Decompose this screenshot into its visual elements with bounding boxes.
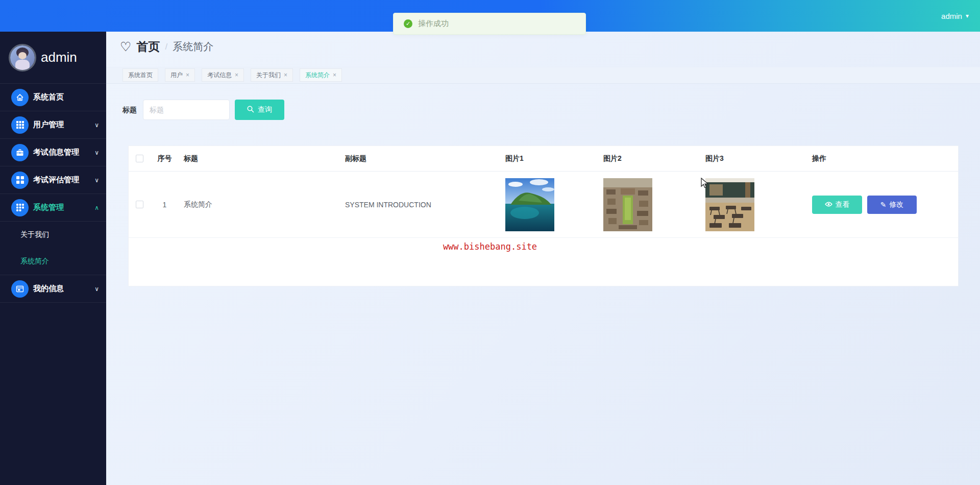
tab-system-intro[interactable]: 系统简介 × <box>300 68 342 82</box>
success-toast: ✓ 操作成功 <box>393 13 586 35</box>
grid-icon <box>11 116 29 134</box>
heart-icon: ♡ <box>120 39 131 54</box>
card-icon <box>11 280 29 298</box>
sidebar-item-label: 系统首页 <box>33 92 64 102</box>
column-header-title: 标题 <box>179 154 340 163</box>
breadcrumb-home[interactable]: 首页 <box>136 39 160 55</box>
sidebar-item-system[interactable]: 系统管理 ∧ <box>0 194 106 222</box>
tab-system-home[interactable]: 系统首页 <box>122 68 158 82</box>
mouse-cursor-icon <box>700 178 709 191</box>
tab-label: 系统首页 <box>128 71 153 80</box>
home-icon <box>11 89 29 106</box>
eye-icon <box>825 201 832 209</box>
chevron-up-icon: ∧ <box>94 204 99 211</box>
sidebar: admin 系统首页 用户管理 ∨ <box>0 32 106 485</box>
avatar <box>9 44 36 71</box>
tab-about-us[interactable]: 关于我们 × <box>251 68 293 82</box>
classroom-photo[interactable] <box>705 178 754 231</box>
close-icon[interactable]: × <box>333 71 336 79</box>
chevron-down-icon: ∨ <box>94 177 99 184</box>
cell-subtitle: SYSTEM INTRODUCTION <box>340 201 504 209</box>
tab-label: 关于我们 <box>256 71 281 80</box>
view-button[interactable]: 查看 <box>812 196 862 214</box>
sidebar-item-exam-info[interactable]: 考试信息管理 ∨ <box>0 139 106 166</box>
pencil-icon: ✎ <box>880 201 887 209</box>
breadcrumb-current: 系统简介 <box>173 40 213 54</box>
sidebar-item-label: 我的信息 <box>33 284 64 294</box>
cell-index: 1 <box>151 201 179 209</box>
query-button-label: 查询 <box>258 105 272 114</box>
briefcase-icon <box>11 144 29 161</box>
close-icon[interactable]: × <box>284 71 287 79</box>
sidebar-item-exam-eval[interactable]: 考试评估管理 ∨ <box>0 166 106 194</box>
sidebar-item-users[interactable]: 用户管理 ∨ <box>0 111 106 139</box>
view-button-label: 查看 <box>836 200 850 209</box>
toast-message: 操作成功 <box>418 19 449 29</box>
sidebar-item-label: 系统管理 <box>33 203 64 212</box>
user-menu[interactable]: admin ▾ <box>941 0 969 32</box>
table-header-row: 序号 标题 副标题 图片1 图片2 图片3 操作 <box>129 146 958 172</box>
data-table: 序号 标题 副标题 图片1 图片2 图片3 操作 1 系统简介 SYSTEM I… <box>128 146 959 286</box>
tab-label: 考试信息 <box>207 71 232 80</box>
column-header-image3: 图片3 <box>704 154 807 163</box>
success-check-icon: ✓ <box>404 19 412 28</box>
sidebar-item-label: 考试信息管理 <box>33 148 79 157</box>
chevron-down-icon: ▾ <box>966 12 969 19</box>
cell-title: 系统简介 <box>179 200 340 209</box>
column-header-index: 序号 <box>151 154 179 163</box>
apps-icon <box>11 199 29 216</box>
tab-bar: 系统首页 用户 × 考试信息 × 关于我们 × 系统简介 × <box>122 68 342 82</box>
submenu-item-label: 系统简介 <box>20 257 49 266</box>
breadcrumb: ♡ 首页 / 系统简介 <box>120 39 213 55</box>
tab-users[interactable]: 用户 × <box>165 68 195 82</box>
page: admin ▾ ✓ 操作成功 ad <box>0 0 980 485</box>
island-photo[interactable] <box>505 178 554 231</box>
column-header-image2: 图片2 <box>602 154 704 163</box>
tab-label: 用户 <box>170 71 183 80</box>
submenu-item-label: 关于我们 <box>20 230 49 239</box>
column-header-image1: 图片1 <box>504 154 602 163</box>
select-all-checkbox[interactable] <box>136 155 143 162</box>
close-icon[interactable]: × <box>186 71 189 79</box>
query-button[interactable]: 查询 <box>235 100 284 120</box>
sidebar-item-label: 用户管理 <box>33 120 64 130</box>
sidebar-item-system-intro[interactable]: 系统简介 <box>0 248 106 275</box>
chevron-down-icon: ∨ <box>94 285 99 293</box>
edit-button-label: 修改 <box>889 200 903 209</box>
table-row: 1 系统简介 SYSTEM INTRODUCTION <box>129 172 958 238</box>
search-field-label: 标题 <box>122 100 137 120</box>
breadcrumb-separator: / <box>165 42 167 52</box>
tab-exam-info[interactable]: 考试信息 × <box>202 68 244 82</box>
campus-aerial-photo[interactable] <box>603 178 652 231</box>
squares-icon <box>11 172 29 189</box>
sidebar-item-my-info[interactable]: 我的信息 ∨ <box>0 275 106 303</box>
chevron-down-icon: ∨ <box>94 149 99 156</box>
search-icon <box>247 106 254 114</box>
main-content: ♡ 首页 / 系统简介 系统首页 用户 × 考试信息 × 关于我们 × 系统简 <box>106 32 980 485</box>
column-header-subtitle: 副标题 <box>340 154 504 163</box>
sidebar-profile: admin <box>0 32 106 84</box>
sidebar-username: admin <box>41 50 77 65</box>
edit-button[interactable]: ✎ 修改 <box>867 196 917 214</box>
close-icon[interactable]: × <box>235 71 238 79</box>
sidebar-item-home[interactable]: 系统首页 <box>0 84 106 111</box>
user-menu-name: admin <box>941 12 962 20</box>
row-checkbox[interactable] <box>136 201 143 208</box>
title-search-input[interactable] <box>143 100 230 120</box>
column-header-actions: 操作 <box>807 154 958 163</box>
chevron-down-icon: ∨ <box>94 122 99 129</box>
tab-label: 系统简介 <box>305 71 330 80</box>
sidebar-item-label: 考试评估管理 <box>33 175 79 185</box>
site-watermark: www.bishebang.site <box>0 241 980 252</box>
